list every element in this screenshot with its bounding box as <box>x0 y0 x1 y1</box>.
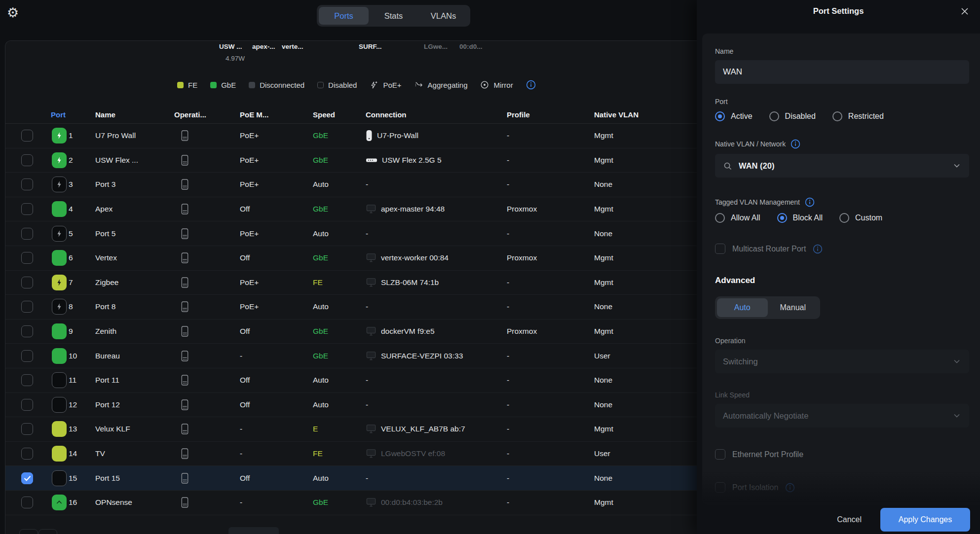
table-row-port-15[interactable]: 15 Port 15 Off Auto - - None <box>5 466 697 491</box>
tagged-vlan-radio-group: Allow AllBlock AllCustom <box>715 213 969 223</box>
table-row-port-3[interactable]: 3 Port 3 PoE+ Auto - - None <box>5 173 697 197</box>
row-checkbox[interactable] <box>21 325 33 337</box>
port-isolation-checkbox-row[interactable]: Port Isolation <box>715 482 969 493</box>
column-header-operation[interactable]: Operati... <box>174 110 240 119</box>
table-row-port-9[interactable]: 9 Zenith Off GbE dockerVM f9:e5 Proxmox … <box>5 320 697 344</box>
name-input[interactable] <box>715 60 969 84</box>
row-checkbox[interactable] <box>21 301 33 313</box>
ethernet-port-profile-checkbox-row[interactable]: Ethernet Port Profile <box>715 449 969 460</box>
multicast-router-port-checkbox-row[interactable]: Multicast Router Port <box>715 244 969 254</box>
row-checkbox[interactable] <box>21 472 33 484</box>
close-icon[interactable] <box>959 6 970 17</box>
native-vlan: None <box>594 180 697 189</box>
port-profile: Proxmox <box>507 327 594 336</box>
radio-label: Restricted <box>848 112 884 121</box>
pagination-next-button[interactable] <box>38 529 57 534</box>
gear-icon[interactable]: ⚙ <box>7 5 19 21</box>
column-header-connection[interactable]: Connection <box>366 110 507 119</box>
link-speed-select[interactable]: Automatically Negotiate <box>715 404 969 427</box>
port-profile: - <box>507 498 594 507</box>
tagged-vlan-option-block-all[interactable]: Block All <box>777 213 823 223</box>
row-checkbox[interactable] <box>21 130 33 142</box>
table-row-port-5[interactable]: 5 Port 5 PoE+ Auto - - None <box>5 221 697 246</box>
tab-ports[interactable]: Ports <box>319 7 369 25</box>
table-row-port-16[interactable]: 16 OPNsense - GbE 00:d0:b4:03:be:2b - Mg… <box>5 491 697 515</box>
client-device-icon <box>366 449 377 459</box>
row-checkbox[interactable] <box>21 154 33 166</box>
native-vlan: Mgmt <box>594 156 697 165</box>
link-speed-value: Automatically Negotiate <box>723 411 808 421</box>
table-row-port-2[interactable]: 2 USW Flex ... PoE+ GbE USW Flex 2.5G 5 … <box>5 148 697 173</box>
table-row-port-13[interactable]: 13 Velux KLF - E VELUX_KLF_AB7B ab:7 - M… <box>5 417 697 442</box>
port-state-option-restricted[interactable]: Restricted <box>832 111 884 121</box>
info-icon[interactable] <box>805 197 815 207</box>
row-checkbox[interactable] <box>21 350 33 362</box>
info-icon[interactable] <box>785 483 795 493</box>
row-checkbox[interactable] <box>21 374 33 386</box>
radio-icon[interactable] <box>715 111 725 121</box>
rows-per-page-control[interactable] <box>228 527 279 534</box>
table-row-port-14[interactable]: 14 TV - FE LGwebOSTV ef:08 - User <box>5 442 697 466</box>
multicast-checkbox[interactable] <box>715 244 725 254</box>
table-row-port-7[interactable]: 7 Zigbee PoE+ FE SLZB-06M 74:1b - Mgmt <box>5 271 697 295</box>
port-state-option-disabled[interactable]: Disabled <box>769 111 816 121</box>
radio-icon[interactable] <box>832 111 842 121</box>
column-header-port[interactable]: Port <box>44 110 95 119</box>
tagged-vlan-option-custom[interactable]: Custom <box>839 213 882 223</box>
advanced-mode-auto[interactable]: Auto <box>717 298 768 317</box>
column-header-speed[interactable]: Speed <box>313 110 366 119</box>
tab-vlans[interactable]: VLANs <box>418 7 468 25</box>
row-checkbox[interactable] <box>21 228 33 240</box>
row-checkbox[interactable] <box>21 277 33 288</box>
search-icon <box>723 161 732 171</box>
column-header-profile[interactable]: Profile <box>507 110 594 119</box>
radio-icon[interactable] <box>769 111 779 121</box>
column-header-name[interactable]: Name <box>95 110 174 119</box>
port-settings-drawer: Port Settings Name Port ActiveDisabledRe… <box>697 0 980 534</box>
row-checkbox[interactable] <box>21 178 33 190</box>
row-checkbox[interactable] <box>21 448 33 460</box>
radio-icon[interactable] <box>839 213 849 223</box>
row-checkbox[interactable] <box>21 399 33 411</box>
disabled-swatch <box>317 82 324 88</box>
cancel-button[interactable]: Cancel <box>837 515 862 524</box>
radio-icon[interactable] <box>777 213 787 223</box>
table-row-port-4[interactable]: 4 Apex Off GbE apex-master 94:48 Proxmox… <box>5 197 697 222</box>
row-checkbox[interactable] <box>21 252 33 264</box>
info-icon[interactable] <box>813 244 823 254</box>
name-label: Name <box>715 47 969 55</box>
port-state-radio-group: ActiveDisabledRestricted <box>715 111 969 121</box>
tab-stats[interactable]: Stats <box>369 7 418 25</box>
pagination-prev-button[interactable] <box>19 529 38 534</box>
advanced-mode-manual[interactable]: Manual <box>768 298 819 317</box>
row-checkbox[interactable] <box>21 423 33 435</box>
port-name: TV <box>95 449 174 458</box>
table-row-port-11[interactable]: 11 Port 11 Off Auto - - None <box>5 368 697 393</box>
tagged-vlan-option-allow-all[interactable]: Allow All <box>715 213 760 223</box>
table-row-port-6[interactable]: 6 Vertex Off GbE vertex-worker 00:84 Pro… <box>5 246 697 271</box>
native-vlan-select[interactable]: WAN (20) <box>715 154 969 178</box>
table-row-port-10[interactable]: 10 Bureau - GbE SURFACE-VEZPI 03:33 - Us… <box>5 344 697 368</box>
row-checkbox[interactable] <box>21 497 33 508</box>
info-icon[interactable] <box>791 139 800 149</box>
table-row-port-1[interactable]: 1 U7 Pro Wall PoE+ GbE U7-Pro-Wall - Mgm… <box>5 124 697 148</box>
operation-select[interactable]: Switching <box>715 350 969 373</box>
connection-cell: 00:d0:b4:03:be:2b <box>366 498 507 507</box>
column-header-poe-mode[interactable]: PoE M... <box>240 110 313 119</box>
native-vlan: None <box>594 229 697 238</box>
radio-icon[interactable] <box>715 213 725 223</box>
row-checkbox[interactable] <box>21 203 33 215</box>
port-isolation-checkbox[interactable] <box>715 482 725 493</box>
port-speed: GbE <box>313 352 366 360</box>
column-header-native-vlan[interactable]: Native VLAN <box>594 110 697 119</box>
ethernet-port-profile-checkbox[interactable] <box>715 449 725 460</box>
table-row-port-8[interactable]: 8 Port 8 PoE+ Auto - - None <box>5 295 697 320</box>
port-number: 1 <box>69 131 95 140</box>
port-state-option-active[interactable]: Active <box>715 111 753 121</box>
switching-operation-icon <box>180 178 189 190</box>
port-name: U7 Pro Wall <box>95 131 174 140</box>
legend-item-mirror: Mirror <box>480 80 513 89</box>
apply-changes-button[interactable]: Apply Changes <box>880 508 970 532</box>
info-icon[interactable] <box>526 80 536 90</box>
table-row-port-12[interactable]: 12 Port 12 Off Auto - - None <box>5 393 697 418</box>
